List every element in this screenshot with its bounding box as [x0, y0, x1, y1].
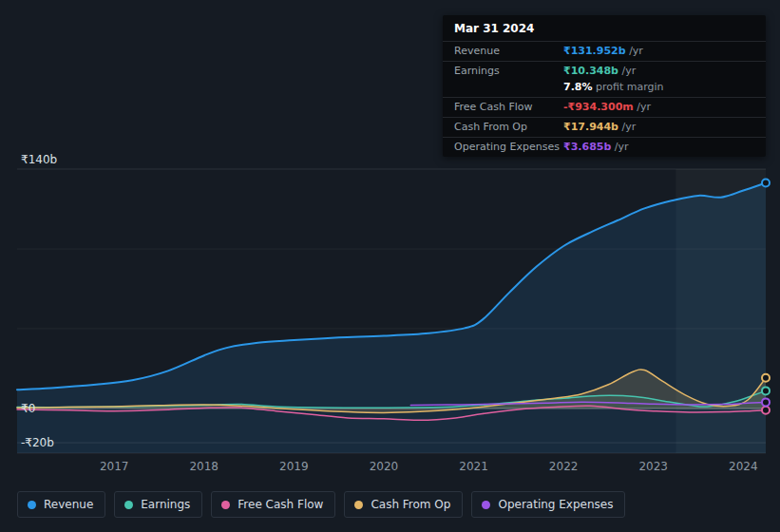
y-axis-label: ₹140b: [21, 153, 57, 166]
tooltip-value-revenue: ₹131.952b: [563, 45, 626, 57]
operating-expenses-end-marker: [762, 398, 770, 406]
tooltip-value-free-cash-flow: -₹934.300m: [563, 101, 634, 113]
tooltip-suffix: /yr: [618, 65, 636, 77]
x-axis-label: 2018: [181, 460, 227, 473]
tooltip-value-operating-expenses: ₹3.685b: [563, 141, 611, 153]
tooltip-value-cash-from-op: ₹17.944b: [563, 121, 618, 133]
legend-label: Free Cash Flow: [238, 498, 323, 511]
tooltip-suffix: /yr: [626, 45, 643, 57]
legend-label: Revenue: [44, 498, 93, 511]
legend-label: Earnings: [141, 498, 190, 511]
earnings-end-marker: [762, 387, 770, 394]
free-cash-flow-series-dot-icon: [221, 501, 230, 509]
tooltip-date: Mar 31 2024: [443, 15, 766, 41]
tooltip-value-earnings: ₹10.348b: [563, 65, 618, 77]
tooltip-suffix: profit margin: [593, 81, 664, 93]
tooltip-row-revenue: Revenue ₹131.952b /yr: [443, 41, 766, 61]
tooltip-label: Free Cash Flow: [454, 101, 563, 113]
revenue-series-dot-icon: [28, 501, 36, 509]
legend-label: Cash From Op: [371, 498, 450, 511]
x-axis-label: 2017: [91, 460, 137, 473]
tooltip-value-profit-margin: 7.8%: [563, 81, 593, 93]
x-axis-label: 2024: [720, 460, 766, 473]
x-axis-label: 2021: [451, 460, 497, 473]
free-cash-flow-end-marker: [762, 407, 770, 414]
y-axis-label: ₹0: [21, 402, 35, 415]
legend-earnings[interactable]: Earnings: [114, 491, 202, 518]
x-axis-label: 2023: [631, 460, 676, 473]
cash-from-op-end-marker: [762, 374, 770, 382]
tooltip-row-earnings: Earnings ₹10.348b /yr: [443, 61, 766, 81]
chart-legend: RevenueEarningsFree Cash FlowCash From O…: [17, 491, 625, 518]
tooltip-row-operating-expenses: Operating Expenses ₹3.685b /yr: [443, 137, 766, 157]
tooltip-label: Earnings: [454, 65, 563, 77]
legend-label: Operating Expenses: [498, 498, 613, 511]
legend-operating-expenses[interactable]: Operating Expenses: [471, 491, 625, 518]
x-axis-label: 2019: [271, 460, 316, 473]
earnings-revenue-history-panel: Mar 31 2024 Revenue ₹131.952b /yr Earnin…: [0, 0, 780, 532]
y-axis-label: -₹20b: [21, 436, 54, 449]
tooltip-suffix: /yr: [611, 141, 628, 153]
chart-tooltip: Mar 31 2024 Revenue ₹131.952b /yr Earnin…: [443, 15, 766, 157]
revenue-end-marker: [762, 180, 770, 187]
tooltip-label: Revenue: [454, 45, 563, 57]
operating-expenses-series-dot-icon: [482, 501, 490, 509]
x-axis-label: 2020: [361, 460, 407, 473]
earnings-series-dot-icon: [124, 501, 133, 509]
tooltip-label: Cash From Op: [454, 121, 563, 133]
legend-cash-from-op[interactable]: Cash From Op: [344, 491, 463, 518]
tooltip-row-cash-from-op: Cash From Op ₹17.944b /yr: [443, 117, 766, 137]
tooltip-row-free-cash-flow: Free Cash Flow -₹934.300m /yr: [443, 97, 766, 117]
tooltip-suffix: /yr: [618, 121, 636, 133]
x-axis-label: 2022: [541, 460, 586, 473]
tooltip-suffix: /yr: [634, 101, 651, 113]
tooltip-row-profit-margin: 7.8% profit margin: [443, 81, 766, 97]
legend-revenue[interactable]: Revenue: [17, 491, 105, 518]
cash-from-op-series-dot-icon: [354, 501, 363, 509]
legend-free-cash-flow[interactable]: Free Cash Flow: [211, 491, 335, 518]
tooltip-label: Operating Expenses: [454, 141, 563, 153]
